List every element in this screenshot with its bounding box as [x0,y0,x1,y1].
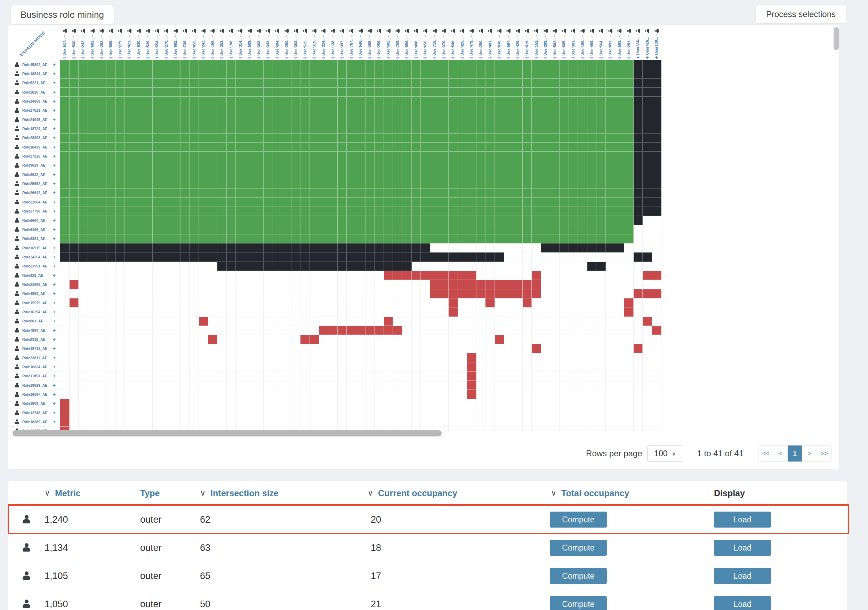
matrix-cell[interactable] [171,124,180,133]
matrix-cell[interactable] [421,207,430,216]
matrix-cell[interactable] [189,216,199,225]
expand-plus-icon[interactable]: + [53,190,56,196]
matrix-cell[interactable] [532,69,541,78]
matrix-cell[interactable] [569,317,578,326]
matrix-cell[interactable] [384,372,393,381]
collapse-minus-icon[interactable] [340,57,344,58]
matrix-cell[interactable] [652,216,662,225]
matrix-cell[interactable] [366,152,375,161]
matrix-cell[interactable] [328,280,338,289]
matrix-cell[interactable] [476,179,486,188]
matrix-cell[interactable] [615,234,625,244]
matrix-cell[interactable] [97,106,106,115]
collapse-minus-icon[interactable] [239,57,242,58]
matrix-cell[interactable] [162,170,171,179]
matrix-cell[interactable] [541,216,550,225]
matrix-cell[interactable] [189,188,199,197]
matrix-cell[interactable] [532,298,541,307]
matrix-cell[interactable] [606,353,615,362]
expand-plus-icon[interactable]: + [53,172,56,177]
matrix-cell[interactable] [180,307,190,317]
matrix-cell[interactable] [291,262,301,271]
user-column[interactable]: User198... [227,26,236,60]
matrix-cell[interactable] [347,317,356,326]
matrix-cell[interactable] [134,335,144,344]
matrix-cell[interactable] [338,362,347,371]
matrix-cell[interactable] [606,234,615,244]
matrix-cell[interactable] [143,253,153,262]
matrix-cell[interactable] [125,253,134,262]
matrix-cell[interactable] [513,317,523,326]
matrix-cell[interactable] [402,207,412,216]
matrix-cell[interactable] [208,344,218,353]
matrix-cell[interactable] [643,427,652,433]
matrix-cell[interactable] [597,381,606,390]
matrix-cell[interactable] [375,408,384,418]
matrix-cell[interactable] [634,372,643,381]
matrix-cell[interactable] [587,115,597,124]
matrix-cell[interactable] [264,353,273,362]
matrix-cell[interactable] [366,234,375,244]
matrix-cell[interactable] [143,179,153,188]
matrix-cell[interactable] [449,262,458,271]
matrix-cell[interactable] [485,244,495,253]
matrix-cell[interactable] [236,234,245,244]
matrix-cell[interactable] [199,262,208,271]
matrix-cell[interactable] [569,262,578,271]
matrix-cell[interactable] [180,253,190,262]
matrix-cell[interactable] [264,271,273,280]
matrix-cell[interactable] [587,262,597,271]
matrix-cell[interactable] [597,326,606,335]
matrix-cell[interactable] [79,326,88,335]
matrix-cell[interactable] [421,170,430,179]
matrix-cell[interactable] [634,317,643,326]
matrix-cell[interactable] [375,353,384,362]
matrix-cell[interactable] [347,216,356,225]
matrix-cell[interactable] [513,326,523,335]
matrix-cell[interactable] [569,234,578,244]
matrix-cell[interactable] [328,97,338,106]
matrix-cell[interactable] [254,161,264,170]
matrix-cell[interactable] [328,271,338,280]
matrix-cell[interactable] [366,307,375,317]
collapse-minus-icon[interactable] [183,57,187,58]
matrix-cell[interactable] [532,115,541,124]
matrix-cell[interactable] [532,408,541,418]
matrix-cell[interactable] [560,124,569,133]
matrix-cell[interactable] [578,353,587,362]
matrix-cell[interactable] [412,244,421,253]
matrix-cell[interactable] [171,262,180,271]
matrix-cell[interactable] [227,362,236,371]
matrix-cell[interactable] [125,69,134,78]
matrix-cell[interactable] [523,124,532,133]
role-row[interactable]: Role12746_AE+ [8,408,60,418]
collapse-minus-icon[interactable] [377,57,381,58]
matrix-cell[interactable] [458,381,467,390]
matrix-cell[interactable] [208,353,218,362]
matrix-cell[interactable] [513,79,523,88]
matrix-cell[interactable] [301,179,310,188]
matrix-cell[interactable] [541,244,550,253]
matrix-cell[interactable] [180,197,190,206]
matrix-cell[interactable] [236,133,245,143]
matrix-cell[interactable] [402,317,412,326]
matrix-cell[interactable] [282,353,291,362]
matrix-cell[interactable] [421,262,430,271]
matrix-cell[interactable] [236,79,245,88]
matrix-cell[interactable] [550,225,560,234]
matrix-cell[interactable] [319,418,329,426]
matrix-cell[interactable] [495,335,504,344]
matrix-cell[interactable] [606,372,615,381]
matrix-cell[interactable] [79,344,88,353]
matrix-cell[interactable] [97,307,106,317]
collapse-minus-icon[interactable] [627,57,631,58]
matrix-cell[interactable] [569,353,578,362]
matrix-cell[interactable] [97,244,106,253]
matrix-cell[interactable] [606,381,615,390]
collapse-minus-icon[interactable] [155,57,159,58]
matrix-cell[interactable] [208,133,218,143]
matrix-cell[interactable] [606,97,615,106]
matrix-cell[interactable] [273,280,282,289]
matrix-cell[interactable] [97,225,106,234]
matrix-cell[interactable] [180,399,190,408]
